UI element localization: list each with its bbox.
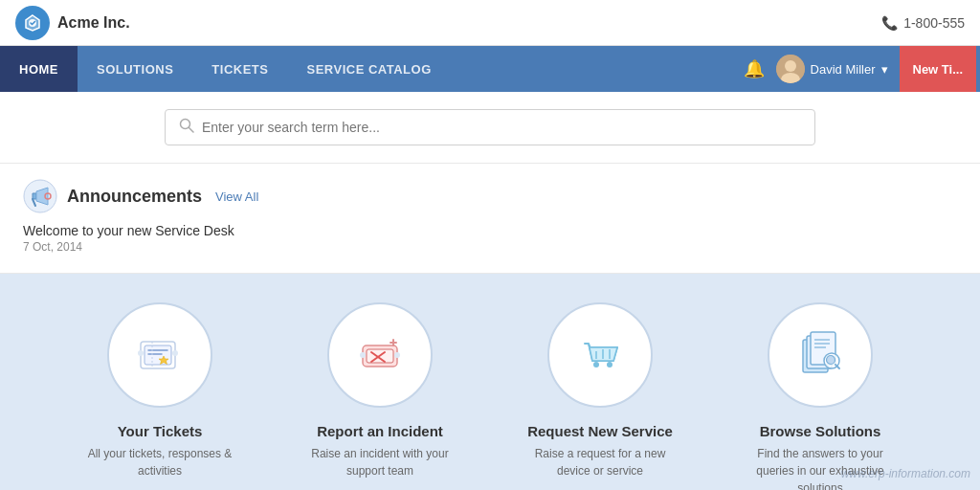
card-title-service: Request New Service	[527, 423, 673, 439]
new-ticket-button[interactable]: New Ti...	[900, 46, 977, 92]
announcement-date: 7 Oct, 2014	[23, 240, 957, 254]
svg-rect-10	[145, 345, 171, 365]
card-desc-tickets: All your tickets, responses & activities	[77, 445, 243, 479]
app-logo-icon	[15, 6, 50, 40]
phone-icon: 📞	[881, 15, 898, 31]
announcements-title: Announcements	[67, 187, 202, 207]
phone-info: 📞 1-800-555	[881, 15, 965, 31]
view-all-link[interactable]: View All	[215, 189, 258, 204]
nav-solutions[interactable]: SOLUTIONS	[78, 46, 192, 92]
card-title-incident: Report an Incident	[317, 423, 443, 439]
card-your-tickets[interactable]: Your Tickets All your tickets, responses…	[50, 302, 270, 490]
search-icon	[179, 118, 194, 137]
phone-number: 1-800-555	[903, 15, 965, 31]
card-icon-circle-service	[547, 302, 653, 408]
card-icon-circle-tickets	[107, 302, 212, 408]
card-icon-circle-solutions	[768, 302, 873, 408]
search-box	[165, 109, 815, 145]
user-menu[interactable]: David Miller ▾	[776, 55, 888, 83]
cards-section: Your Tickets All your tickets, responses…	[0, 274, 980, 490]
svg-point-25	[593, 362, 599, 368]
user-name: David Miller	[811, 62, 876, 77]
announcements-header: Announcements View All	[23, 179, 957, 213]
svg-point-2	[785, 60, 796, 72]
search-input[interactable]	[202, 120, 801, 135]
logo-area[interactable]: Acme Inc.	[15, 6, 130, 40]
card-report-incident[interactable]: Report an Incident Raise an incident wit…	[270, 302, 490, 490]
nav-service-catalog[interactable]: SERVICE CATALOG	[287, 46, 450, 92]
bell-icon[interactable]: 🔔	[744, 58, 765, 79]
card-desc-incident: Raise an incident with your support team	[297, 445, 463, 479]
announcements-section: Announcements View All Welcome to your n…	[0, 164, 980, 274]
nav-bar: HOME SOLUTIONS TICKETS SERVICE CATALOG 🔔…	[0, 46, 980, 92]
svg-point-26	[607, 362, 612, 368]
card-desc-service: Raise a request for a new device or serv…	[517, 445, 683, 479]
svg-point-23	[360, 352, 366, 358]
nav-links: HOME SOLUTIONS TICKETS SERVICE CATALOG	[0, 46, 451, 92]
svg-point-14	[138, 350, 144, 356]
avatar	[776, 55, 805, 83]
top-bar: Acme Inc. 📞 1-800-555	[0, 0, 980, 46]
search-area	[0, 92, 980, 164]
nav-right-area: 🔔 David Miller ▾ New Ti...	[744, 46, 980, 92]
svg-line-5	[189, 128, 194, 133]
nav-tickets[interactable]: TICKETS	[192, 46, 287, 92]
watermark: www.erp-information.com	[841, 467, 970, 480]
svg-point-37	[827, 356, 835, 365]
user-dropdown-icon: ▾	[881, 62, 888, 77]
card-request-service[interactable]: Request New Service Raise a request for …	[490, 302, 710, 490]
card-browse-solutions[interactable]: Browse Solutions Find the answers to you…	[710, 302, 930, 490]
nav-home[interactable]: HOME	[0, 46, 78, 92]
company-name: Acme Inc.	[57, 14, 130, 32]
card-title-solutions: Browse Solutions	[760, 423, 881, 439]
svg-point-24	[394, 352, 400, 358]
card-icon-circle-incident	[327, 302, 433, 408]
announcement-text: Welcome to your new Service Desk	[23, 223, 957, 238]
card-title-tickets: Your Tickets	[118, 423, 203, 439]
svg-point-15	[172, 350, 178, 356]
announcement-icon	[23, 179, 57, 213]
